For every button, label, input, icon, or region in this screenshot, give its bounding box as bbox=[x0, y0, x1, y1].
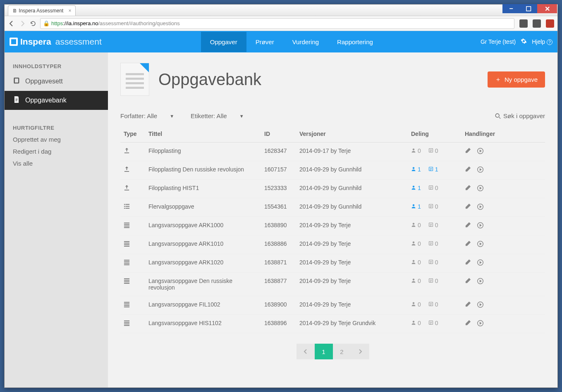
preview-button[interactable] bbox=[477, 301, 484, 309]
table-row[interactable]: Langsvarsoppgave ARK102016388712014-09-2… bbox=[120, 254, 545, 273]
window-maximize-button[interactable]: ☐ bbox=[520, 4, 537, 13]
table-row[interactable]: Flervalgsoppgave15543612014-09-29 by Gun… bbox=[120, 198, 545, 217]
tab-close-icon[interactable]: × bbox=[68, 8, 71, 14]
back-button[interactable] bbox=[8, 20, 15, 27]
actions-cell bbox=[462, 315, 545, 333]
share-tests[interactable]: 0 bbox=[428, 240, 438, 247]
extension-icon[interactable] bbox=[546, 19, 554, 28]
share-users[interactable]: 1 bbox=[411, 203, 421, 210]
edit-button[interactable] bbox=[465, 203, 471, 211]
column-header[interactable]: Handlinger bbox=[462, 126, 545, 143]
author-filter[interactable]: Forfatter: Alle ▼ bbox=[120, 112, 174, 119]
table-row[interactable]: Langsvarsoppgave ARK101016388862014-09-2… bbox=[120, 235, 545, 254]
page-number[interactable]: 1 bbox=[315, 344, 333, 359]
edit-button[interactable] bbox=[465, 240, 471, 249]
share-users[interactable]: 0 bbox=[411, 240, 421, 247]
page-next[interactable] bbox=[351, 344, 369, 359]
extension-icon[interactable] bbox=[533, 19, 541, 28]
column-header[interactable]: Deling bbox=[408, 126, 462, 143]
column-header[interactable]: Type bbox=[120, 126, 145, 143]
share-users[interactable]: 0 bbox=[411, 147, 421, 154]
window-close-button[interactable]: ✕ bbox=[537, 4, 557, 13]
user-name[interactable]: Gr Terje (test) bbox=[481, 38, 516, 45]
page-number[interactable]: 2 bbox=[333, 344, 351, 359]
id-cell: 1638877 bbox=[261, 273, 296, 296]
table-row[interactable]: Langsvarsoppgave Den russiske revolusjon… bbox=[120, 273, 545, 296]
edit-button[interactable] bbox=[465, 222, 471, 230]
extension-icon[interactable] bbox=[519, 19, 528, 28]
nav-tab-oppgaver[interactable]: Oppgaver bbox=[201, 32, 246, 52]
version-cell: 2014-09-29 by Gunnhild bbox=[296, 180, 408, 198]
quickfilter[interactable]: Redigert i dag bbox=[5, 145, 108, 157]
sidebar-item-oppgavesett[interactable]: Oppgavesett bbox=[5, 72, 108, 91]
search-questions[interactable]: Søk i oppgaver bbox=[495, 112, 545, 119]
nav-tab-rapportering[interactable]: Rapportering bbox=[328, 32, 382, 52]
edit-button[interactable] bbox=[465, 259, 471, 267]
id-cell: 1638890 bbox=[261, 217, 296, 235]
sidebar-item-oppgavebank[interactable]: Oppgavebank bbox=[5, 91, 108, 110]
edit-button[interactable] bbox=[465, 301, 471, 309]
share-tests[interactable]: 0 bbox=[428, 203, 438, 210]
share-users[interactable]: 0 bbox=[411, 320, 421, 326]
quickfilter[interactable]: Opprettet av meg bbox=[5, 133, 108, 145]
edit-button[interactable] bbox=[465, 166, 471, 174]
actions-cell bbox=[462, 143, 545, 161]
preview-button[interactable] bbox=[477, 222, 484, 230]
window-minimize-button[interactable]: − bbox=[502, 4, 520, 13]
share-tests[interactable]: 0 bbox=[428, 185, 438, 191]
preview-button[interactable] bbox=[477, 185, 484, 193]
share-tests[interactable]: 0 bbox=[428, 259, 438, 266]
id-cell: 1554361 bbox=[261, 198, 296, 217]
edit-button[interactable] bbox=[465, 320, 471, 328]
type-cell bbox=[120, 161, 145, 180]
table-row[interactable]: Filopplasting Den russiske revolusjon160… bbox=[120, 161, 545, 180]
preview-button[interactable] bbox=[477, 320, 484, 328]
share-tests[interactable]: 0 bbox=[428, 320, 438, 326]
browser-tab[interactable]: 🗎 Inspera Assessment × bbox=[8, 5, 76, 16]
type-icon bbox=[124, 204, 130, 211]
page-prev[interactable] bbox=[297, 344, 315, 359]
column-header[interactable]: ID bbox=[261, 126, 296, 143]
nav-tab-vurdering[interactable]: Vurdering bbox=[283, 32, 328, 52]
share-users[interactable]: 0 bbox=[411, 301, 421, 308]
preview-button[interactable] bbox=[477, 240, 484, 249]
share-tests[interactable]: 0 bbox=[428, 222, 438, 228]
table-row[interactable]: Langsvarsoppgave HIS110216388962014-09-2… bbox=[120, 315, 545, 333]
edit-button[interactable] bbox=[465, 278, 471, 286]
share-tests[interactable]: 0 bbox=[428, 147, 438, 154]
browser-tabstrip: 🗎 Inspera Assessment × bbox=[5, 5, 557, 16]
nav-tab-prøver[interactable]: Prøver bbox=[246, 32, 283, 52]
preview-button[interactable] bbox=[477, 278, 484, 286]
share-users[interactable]: 1 bbox=[411, 185, 421, 191]
table-row[interactable]: Filopplasting16283472014-09-17 by Terje … bbox=[120, 143, 545, 161]
table-row[interactable]: Langsvarsoppgave FIL100216389002014-09-2… bbox=[120, 296, 545, 315]
quickfilter[interactable]: Vis alle bbox=[5, 157, 108, 169]
share-users[interactable]: 0 bbox=[411, 278, 421, 284]
share-tests[interactable]: 0 bbox=[428, 278, 438, 284]
help-link[interactable]: Hjelp ? bbox=[532, 38, 552, 45]
column-header[interactable]: Versjoner bbox=[296, 126, 408, 143]
labels-filter[interactable]: Etiketter: Alle ▼ bbox=[191, 112, 244, 119]
column-header[interactable]: Tittel bbox=[145, 126, 261, 143]
new-question-button[interactable]: ＋ Ny oppgave bbox=[488, 71, 545, 88]
table-row[interactable]: Langsvarsoppgave ARK100016388902014-09-2… bbox=[120, 217, 545, 235]
share-users[interactable]: 1 bbox=[411, 166, 421, 173]
svg-rect-52 bbox=[124, 305, 129, 306]
preview-button[interactable] bbox=[477, 203, 484, 211]
reload-button[interactable] bbox=[29, 20, 37, 27]
share-tests[interactable]: 0 bbox=[428, 301, 438, 308]
edit-button[interactable] bbox=[465, 147, 471, 156]
share-users[interactable]: 0 bbox=[411, 259, 421, 266]
forward-button[interactable] bbox=[19, 20, 26, 27]
preview-button[interactable] bbox=[477, 166, 484, 174]
address-bar[interactable]: 🔒 https://ia.inspera.no/assessment/#auth… bbox=[40, 18, 514, 29]
settings-icon[interactable] bbox=[521, 38, 527, 45]
table-row[interactable]: Filopplasting HIST115233332014-09-29 by … bbox=[120, 180, 545, 198]
edit-button[interactable] bbox=[465, 185, 471, 193]
share-tests[interactable]: 1 bbox=[428, 166, 438, 173]
preview-button[interactable] bbox=[477, 259, 484, 267]
share-users[interactable]: 0 bbox=[411, 222, 421, 228]
svg-rect-18 bbox=[126, 208, 129, 209]
brand-logo[interactable]: Insperaassessment bbox=[10, 37, 102, 47]
preview-button[interactable] bbox=[477, 147, 484, 156]
